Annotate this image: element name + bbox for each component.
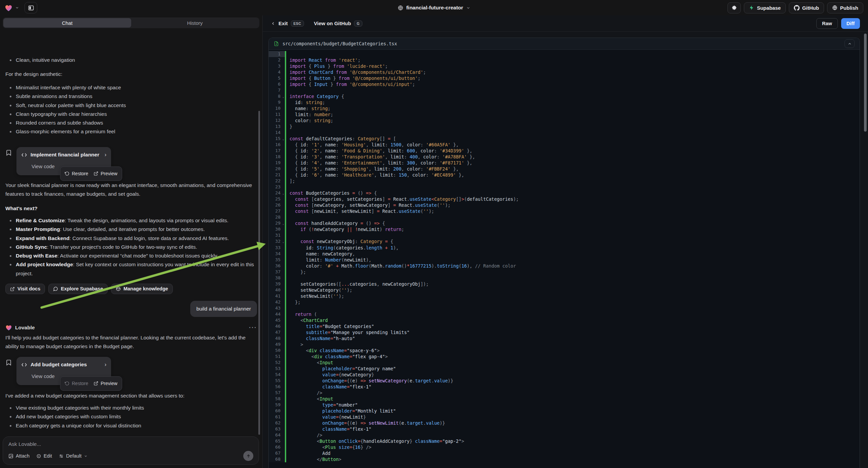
code-line: 45 <ChartCard bbox=[269, 317, 860, 323]
code-panel: Exit ESC View on GitHub G Raw Diff src/c… bbox=[263, 16, 868, 468]
sidebar-toggle-button[interactable] bbox=[25, 2, 37, 13]
fold-chevron-icon[interactable]: ⌄ bbox=[282, 239, 284, 245]
code-text: const defaultCategories: Category[] = [ bbox=[286, 136, 396, 142]
code-line: 51 <div className="flex gap-4"> bbox=[269, 353, 860, 359]
ready-paragraph: Your sleek financial planner is now read… bbox=[5, 181, 257, 199]
code-text: <Plus size={16} /> bbox=[286, 444, 371, 450]
explore-supabase-button[interactable]: Explore Supabase bbox=[48, 284, 108, 294]
line-number: 31 bbox=[269, 232, 285, 238]
chevron-right-icon: › bbox=[105, 360, 106, 369]
code-text: <Input bbox=[286, 396, 333, 402]
line-number: 47 bbox=[269, 329, 285, 335]
send-button[interactable] bbox=[243, 451, 253, 461]
list-item: View existing budget categories with the… bbox=[5, 404, 257, 412]
code-text: limit: Number(newLimit), bbox=[286, 257, 371, 263]
bookmark-icon[interactable] bbox=[5, 149, 12, 156]
line-number: 41 bbox=[269, 293, 285, 299]
list-item: Glass-morphic elements for a premium fee… bbox=[5, 127, 257, 136]
code-line: 57 /> bbox=[269, 390, 860, 396]
code-line: 63 className="flex-1" bbox=[269, 426, 860, 432]
tool-card-add-budget-categories[interactable]: Add budget categories › View code Restor… bbox=[17, 357, 111, 385]
visit-docs-button[interactable]: Visit docs bbox=[5, 284, 45, 294]
tool-call-card-1: Implement financial planner › View code … bbox=[5, 147, 257, 175]
code-line: 49 > bbox=[269, 342, 860, 348]
list-item: Clean, intuitive navigation bbox=[5, 56, 257, 64]
project-switcher[interactable]: financial-future-creator bbox=[398, 0, 471, 16]
code-line: 23 bbox=[269, 184, 860, 190]
attach-button[interactable]: Attach bbox=[8, 453, 30, 459]
fold-chevron-icon[interactable]: ⌄ bbox=[282, 136, 284, 142]
fold-chevron-icon[interactable]: ⌄ bbox=[282, 221, 284, 227]
exit-button[interactable]: Exit ESC bbox=[271, 21, 304, 27]
code-text: color: string; bbox=[286, 117, 333, 123]
supabase-button[interactable]: Supabase bbox=[744, 2, 786, 13]
line-number: 18 bbox=[269, 154, 285, 160]
logo-chevron-down-icon[interactable] bbox=[15, 6, 19, 10]
composer-input[interactable]: Ask Lovable... bbox=[8, 441, 253, 447]
list-item: Add project knowledge: Set key context o… bbox=[5, 260, 257, 278]
code-text: type="number" bbox=[286, 402, 358, 408]
github-button[interactable]: GitHub bbox=[789, 2, 824, 13]
code-line: 54 value={newCategory} bbox=[269, 372, 860, 378]
line-number: 63 bbox=[269, 426, 285, 432]
code-line: 56 className="flex-1" bbox=[269, 384, 860, 390]
fold-chevron-icon[interactable]: ⌄ bbox=[282, 191, 284, 196]
collapse-file-button[interactable] bbox=[844, 39, 855, 48]
mode-select[interactable]: Default bbox=[59, 453, 88, 459]
line-number: 53 bbox=[269, 365, 285, 372]
line-number: 60 bbox=[269, 408, 285, 414]
view-on-github-button[interactable]: View on GitHub G bbox=[314, 21, 362, 27]
tool-card-implement-financial-planner[interactable]: Implement financial planner › View code … bbox=[17, 147, 111, 175]
edit-button[interactable]: Edit bbox=[36, 453, 52, 459]
more-options-icon[interactable]: ··· bbox=[249, 323, 257, 332]
tab-chat[interactable]: Chat bbox=[3, 18, 131, 28]
code-line: 61 value={newLimit} bbox=[269, 414, 860, 420]
tab-history[interactable]: History bbox=[131, 18, 259, 28]
line-number: 26 bbox=[269, 202, 285, 208]
code-text: interface Category { bbox=[286, 93, 344, 99]
code-line: 68 </Button> bbox=[269, 456, 860, 462]
code-line: 52 <Input bbox=[269, 359, 860, 365]
composer[interactable]: Ask Lovable... Attach Edit Default bbox=[3, 436, 259, 465]
code-line: 66 <Plus size={16} /> bbox=[269, 444, 860, 450]
preview-button[interactable]: Preview bbox=[94, 379, 118, 388]
publish-button[interactable]: Publish bbox=[827, 2, 863, 13]
code-scrollbar-thumb[interactable] bbox=[864, 34, 867, 131]
code-text: { id: '5', name: 'Shopping', limit: 200,… bbox=[286, 166, 459, 172]
list-item: Refine & Customize: Tweak the design, an… bbox=[5, 216, 257, 225]
line-number: 58 bbox=[269, 396, 285, 402]
diff-button[interactable]: Diff bbox=[841, 18, 860, 29]
code-line: 53 placeholder="Category name" bbox=[269, 365, 860, 372]
manage-knowledge-button[interactable]: Manage knowledge bbox=[111, 284, 173, 294]
bookmark-icon[interactable] bbox=[5, 359, 12, 366]
raw-button[interactable]: Raw bbox=[816, 18, 838, 29]
settings-button[interactable] bbox=[727, 2, 741, 13]
code-lines: 12import React from 'react';3import { Pl… bbox=[269, 50, 860, 468]
chat-scrollbar-thumb[interactable] bbox=[258, 111, 260, 435]
file-header[interactable]: src/components/budget/BudgetCategories.t… bbox=[269, 38, 860, 50]
code-text: /> bbox=[286, 390, 322, 396]
line-number: 51 bbox=[269, 353, 285, 359]
quick-actions-row: Visit docs Explore Supabase Manage knowl… bbox=[5, 284, 257, 294]
code-brackets-icon bbox=[21, 362, 27, 367]
code-line: 26 const [newCategory, setNewCategory] =… bbox=[269, 202, 860, 208]
line-number: 35 bbox=[269, 257, 285, 263]
tool-call-card-2: Add budget categories › View code Restor… bbox=[5, 357, 257, 385]
assistant-header: Lovable ··· bbox=[5, 323, 257, 332]
line-number: 57 bbox=[269, 390, 285, 396]
lovable-logo-heart-icon[interactable] bbox=[5, 4, 12, 11]
code-line: 7 bbox=[269, 87, 860, 93]
code-text: const [newCategory, setNewCategory] = Re… bbox=[286, 202, 451, 208]
code-text: import React from 'react'; bbox=[286, 57, 360, 63]
preview-button[interactable]: Preview bbox=[94, 169, 118, 178]
restore-button[interactable]: Restore bbox=[65, 379, 88, 388]
line-number: 49 bbox=[269, 342, 285, 348]
code-text: name: newCategory, bbox=[286, 251, 355, 257]
code-text: value={newLimit} bbox=[286, 414, 366, 420]
restore-button[interactable]: Restore bbox=[65, 169, 88, 178]
code-line: 28 bbox=[269, 214, 860, 220]
code-text: Add bbox=[286, 450, 331, 456]
fold-chevron-icon[interactable]: ⌄ bbox=[282, 94, 284, 100]
code-text: /> bbox=[286, 432, 322, 438]
help-paragraph: I'll help you add budget categories to t… bbox=[5, 333, 257, 351]
